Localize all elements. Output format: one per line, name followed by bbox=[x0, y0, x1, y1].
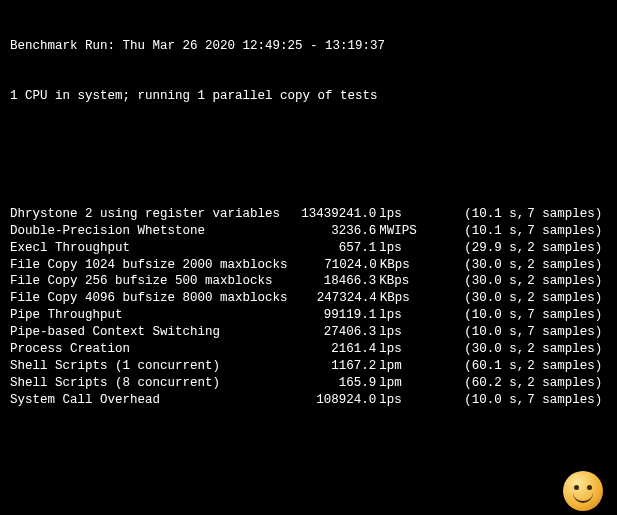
result-samples: 2 samples) bbox=[524, 257, 607, 274]
result-row: Pipe-based Context Switching27406.3lps(1… bbox=[10, 324, 607, 341]
result-row: Double-Precision Whetstone3236.6MWIPS(10… bbox=[10, 223, 607, 240]
result-time: (10.0 s, bbox=[424, 392, 524, 409]
terminal-output: Benchmark Run: Thu Mar 26 2020 12:49:25 … bbox=[0, 0, 617, 515]
result-samples: 7 samples) bbox=[524, 324, 607, 341]
result-name: Pipe-based Context Switching bbox=[10, 324, 282, 341]
run-header-line1: Benchmark Run: Thu Mar 26 2020 12:49:25 … bbox=[10, 38, 607, 55]
result-value: 657.1 bbox=[282, 240, 377, 257]
result-time: (60.2 s, bbox=[424, 375, 524, 392]
result-name: Dhrystone 2 using register variables bbox=[10, 206, 282, 223]
result-row: Execl Throughput657.1lps(29.9 s,2 sample… bbox=[10, 240, 607, 257]
result-value: 71024.0 bbox=[282, 257, 377, 274]
blank-line bbox=[10, 139, 607, 155]
result-samples: 2 samples) bbox=[524, 240, 607, 257]
result-time: (29.9 s, bbox=[424, 240, 524, 257]
result-samples: 7 samples) bbox=[524, 392, 607, 409]
result-unit: lpm bbox=[376, 358, 424, 375]
result-time: (10.1 s, bbox=[424, 206, 524, 223]
result-samples: 2 samples) bbox=[524, 290, 607, 307]
result-samples: 7 samples) bbox=[524, 307, 607, 324]
result-value: 2161.4 bbox=[282, 341, 377, 358]
result-name: Process Creation bbox=[10, 341, 282, 358]
result-time: (30.0 s, bbox=[424, 341, 524, 358]
result-row: Shell Scripts (8 concurrent)165.9lpm(60.… bbox=[10, 375, 607, 392]
result-name: Shell Scripts (8 concurrent) bbox=[10, 375, 282, 392]
result-row: Dhrystone 2 using register variables1343… bbox=[10, 206, 607, 223]
result-samples: 2 samples) bbox=[524, 358, 607, 375]
result-name: Execl Throughput bbox=[10, 240, 282, 257]
result-row: System Call Overhead108924.0lps(10.0 s,7… bbox=[10, 392, 607, 409]
result-unit: lps bbox=[376, 324, 424, 341]
result-unit: lps bbox=[376, 392, 424, 409]
result-value: 108924.0 bbox=[282, 392, 377, 409]
result-name: File Copy 256 bufsize 500 maxblocks bbox=[10, 273, 282, 290]
result-unit: lps bbox=[376, 307, 424, 324]
result-time: (30.0 s, bbox=[424, 273, 524, 290]
result-value: 1167.2 bbox=[282, 358, 377, 375]
result-name: Shell Scripts (1 concurrent) bbox=[10, 358, 282, 375]
result-unit: KBps bbox=[377, 257, 425, 274]
result-samples: 7 samples) bbox=[524, 206, 607, 223]
result-time: (60.1 s, bbox=[424, 358, 524, 375]
result-row: Pipe Throughput99119.1lps(10.0 s,7 sampl… bbox=[10, 307, 607, 324]
result-unit: KBps bbox=[376, 273, 424, 290]
result-row: File Copy 256 bufsize 500 maxblocks18466… bbox=[10, 273, 607, 290]
result-value: 13439241.0 bbox=[282, 206, 377, 223]
result-value: 247324.4 bbox=[282, 290, 377, 307]
result-unit: lps bbox=[376, 341, 424, 358]
result-time: (10.0 s, bbox=[424, 307, 524, 324]
result-samples: 2 samples) bbox=[524, 375, 607, 392]
result-row: File Copy 1024 bufsize 2000 maxblocks710… bbox=[10, 257, 607, 274]
result-value: 165.9 bbox=[282, 375, 377, 392]
result-time: (30.0 s, bbox=[425, 290, 525, 307]
result-name: File Copy 1024 bufsize 2000 maxblocks bbox=[10, 257, 282, 274]
result-name: System Call Overhead bbox=[10, 392, 282, 409]
result-samples: 2 samples) bbox=[524, 341, 607, 358]
result-time: (10.1 s, bbox=[424, 223, 524, 240]
result-value: 27406.3 bbox=[282, 324, 377, 341]
result-row: Process Creation2161.4lps(30.0 s,2 sampl… bbox=[10, 341, 607, 358]
result-samples: 7 samples) bbox=[524, 223, 607, 240]
result-value: 3236.6 bbox=[282, 223, 377, 240]
benchmark-results-table: Dhrystone 2 using register variables1343… bbox=[10, 206, 607, 409]
result-name: Double-Precision Whetstone bbox=[10, 223, 282, 240]
result-unit: KBps bbox=[377, 290, 425, 307]
blank-line bbox=[10, 459, 607, 475]
result-unit: lps bbox=[376, 240, 424, 257]
result-unit: MWIPS bbox=[376, 223, 424, 240]
result-unit: lps bbox=[376, 206, 424, 223]
result-row: Shell Scripts (1 concurrent)1167.2lpm(60… bbox=[10, 358, 607, 375]
result-samples: 2 samples) bbox=[524, 273, 607, 290]
run-header-line2: 1 CPU in system; running 1 parallel copy… bbox=[10, 88, 607, 105]
result-value: 99119.1 bbox=[282, 307, 377, 324]
result-name: Pipe Throughput bbox=[10, 307, 282, 324]
result-unit: lpm bbox=[376, 375, 424, 392]
result-time: (30.0 s, bbox=[425, 257, 525, 274]
result-time: (10.0 s, bbox=[424, 324, 524, 341]
result-value: 18466.3 bbox=[282, 273, 377, 290]
result-row: File Copy 4096 bufsize 8000 maxblocks247… bbox=[10, 290, 607, 307]
result-name: File Copy 4096 bufsize 8000 maxblocks bbox=[10, 290, 282, 307]
